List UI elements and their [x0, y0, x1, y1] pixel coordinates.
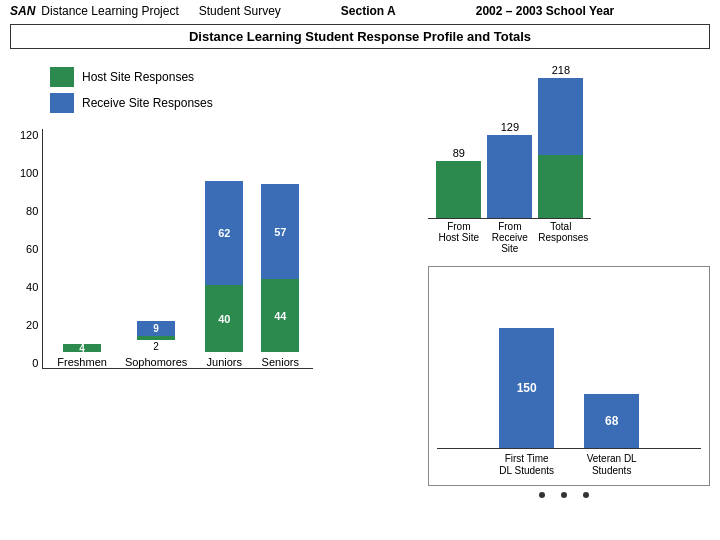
bottom-bar-veteran: 68 [584, 394, 639, 448]
top-label-host: From Host Site [436, 221, 481, 254]
y-axis: 120 100 80 60 40 20 0 [20, 129, 38, 369]
dot-1 [539, 492, 545, 498]
bar-group-sophomores: 9 2 Sophomores [125, 100, 187, 368]
bar-green-freshmen: 4 [63, 344, 101, 352]
bar-stack-seniors: 57 44 [261, 112, 299, 352]
bar-blue-seniors: 57 [261, 184, 299, 279]
bar-blue-sophomores: 9 [137, 321, 175, 336]
bottom-bar-labels-row: First Time DL Students Veteran DL Studen… [437, 453, 701, 477]
top-bars-container: 89 129 218 [428, 59, 591, 219]
dot-2 [561, 492, 567, 498]
header: SAN Distance Learning Project Student Su… [0, 0, 720, 22]
content: Host Site Responses Receive Site Respons… [0, 53, 720, 513]
right-panel: 89 129 218 From Host S [418, 57, 710, 509]
bar-group-freshmen: 4 Freshmen [57, 112, 107, 368]
legend-host-label: Host Site Responses [82, 70, 194, 84]
dot-3 [583, 492, 589, 498]
bottom-label-firsttime: First Time DL Students [499, 453, 554, 477]
san-label: SAN [10, 4, 35, 18]
top-bar-host-rect [436, 161, 481, 218]
left-panel: Host Site Responses Receive Site Respons… [10, 57, 418, 509]
bottom-bars-row: 150 68 [437, 275, 701, 449]
bar-label-seniors: Seniors [262, 356, 299, 368]
bar-green-seniors: 44 [261, 279, 299, 352]
bottom-bar-firsttime: 150 [499, 328, 554, 448]
bar-num-sophomores: 2 [153, 341, 159, 352]
legend-receive-box [50, 93, 74, 113]
legend-receive-item: Receive Site Responses [50, 93, 418, 113]
bar-label-juniors: Juniors [207, 356, 242, 368]
top-chart: 89 129 218 From Host S [428, 57, 710, 256]
bars-container: 4 Freshmen 9 2 Sophomores [42, 129, 313, 369]
bottom-chart-box: 150 68 First Time DL Students Veteran DL… [428, 266, 710, 486]
project-label: Distance Learning Project [41, 4, 178, 18]
section-label: Section A [341, 4, 396, 18]
top-bar-total-rect [538, 78, 583, 218]
legend-host-item: Host Site Responses [50, 67, 418, 87]
top-bar-host: 89 [436, 147, 481, 218]
dots-row [418, 492, 710, 498]
survey-label: Student Survey [199, 4, 281, 18]
top-label-total: Total Responses [538, 221, 583, 254]
bar-label-sophomores: Sophomores [125, 356, 187, 368]
top-bar-receive-rect [487, 135, 532, 218]
bar-label-freshmen: Freshmen [57, 356, 107, 368]
bar-group-juniors: 62 40 Juniors [205, 112, 243, 368]
bar-green-juniors: 40 [205, 285, 243, 352]
legend-host-box [50, 67, 74, 87]
bar-green-sophomores [137, 336, 175, 340]
top-label-receive: From Receive Site [487, 221, 532, 254]
bar-group-seniors: 57 44 Seniors [261, 112, 299, 368]
year-label: 2002 – 2003 School Year [476, 4, 615, 18]
top-bar-labels: From Host Site From Receive Site Total R… [428, 219, 710, 256]
top-bar-receive: 129 [487, 121, 532, 218]
top-bar-total-num: 218 [552, 64, 570, 76]
main-title-box: Distance Learning Student Response Profi… [10, 24, 710, 49]
top-bar-total: 218 [538, 64, 583, 218]
bar-blue-juniors: 62 [205, 181, 243, 285]
bottom-bar-veteran-rect: 68 [584, 394, 639, 448]
top-bar-receive-num: 129 [501, 121, 519, 133]
bar-stack-freshmen: 4 [63, 112, 101, 352]
bottom-label-veteran: Veteran DL Students [584, 453, 639, 477]
bar-stack-juniors: 62 40 [205, 112, 243, 352]
bar-stack-sophomores: 9 [137, 100, 175, 340]
bottom-bar-firsttime-rect: 150 [499, 328, 554, 448]
top-bar-host-num: 89 [453, 147, 465, 159]
